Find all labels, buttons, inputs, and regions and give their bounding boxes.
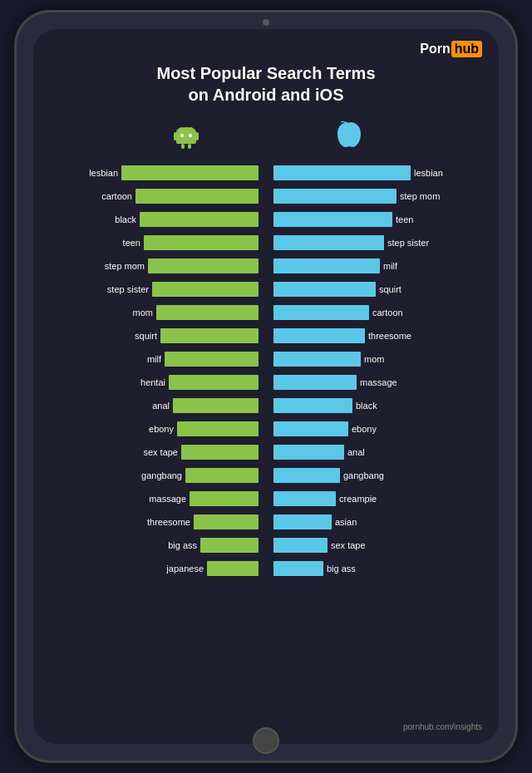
ios-bar bbox=[273, 398, 352, 413]
ios-bar bbox=[273, 445, 344, 460]
android-bar-row: japanese bbox=[50, 558, 262, 579]
android-bar-row: sex tape bbox=[50, 441, 262, 463]
screen: Pornhub Most Popular Search Terms on And… bbox=[33, 29, 499, 744]
ios-bar-row: cartoon bbox=[270, 302, 482, 323]
platform-icons bbox=[46, 121, 486, 157]
title-section: Most Popular Search Terms on Android and… bbox=[46, 62, 486, 106]
android-label: anal bbox=[124, 401, 170, 411]
android-bar-row: big ass bbox=[50, 534, 262, 556]
ios-bar bbox=[273, 421, 348, 436]
svg-point-6 bbox=[180, 134, 184, 137]
android-bar-row: mom bbox=[50, 302, 262, 323]
android-bar bbox=[148, 258, 259, 273]
ios-bar bbox=[273, 561, 323, 576]
ios-bar-row: sex tape bbox=[270, 534, 482, 556]
android-label: black bbox=[91, 214, 136, 224]
ios-label: mom bbox=[364, 354, 410, 364]
android-bar bbox=[140, 212, 259, 227]
ios-bar-row: step sister bbox=[270, 232, 482, 254]
logo-hub: hub bbox=[451, 41, 482, 57]
ios-label: anal bbox=[347, 447, 393, 457]
ios-label: squirt bbox=[379, 284, 425, 294]
android-bar-row: squirt bbox=[50, 325, 262, 347]
ios-label: asian bbox=[335, 517, 381, 527]
android-bar-row: massage bbox=[50, 488, 262, 510]
android-bar bbox=[207, 561, 259, 576]
android-bar bbox=[135, 189, 259, 204]
android-bar bbox=[160, 328, 259, 343]
ios-label: gangbang bbox=[343, 470, 389, 480]
top-camera bbox=[263, 19, 269, 26]
svg-rect-3 bbox=[195, 132, 199, 140]
ios-label: big ass bbox=[327, 564, 372, 574]
ios-bar bbox=[273, 305, 369, 320]
ios-bar-row: squirt bbox=[270, 278, 482, 300]
svg-rect-5 bbox=[188, 144, 191, 149]
android-bar-row: teen bbox=[50, 232, 262, 254]
ios-bar-row: big ass bbox=[270, 558, 482, 579]
ios-label: creampie bbox=[339, 494, 385, 504]
android-bar-row: threesome bbox=[50, 511, 262, 533]
android-label: big ass bbox=[151, 540, 197, 550]
android-label: teen bbox=[95, 238, 140, 248]
android-label: step sister bbox=[103, 284, 149, 294]
android-bar-row: gangbang bbox=[50, 465, 262, 486]
android-bar bbox=[181, 445, 259, 460]
svg-rect-2 bbox=[174, 132, 177, 140]
ios-label: threesome bbox=[368, 331, 414, 341]
android-bar bbox=[144, 235, 259, 250]
ios-bar-row: massage bbox=[270, 372, 482, 393]
ios-label: milf bbox=[383, 261, 429, 271]
android-bar-row: step mom bbox=[50, 255, 262, 277]
ios-label: teen bbox=[396, 214, 441, 224]
footer-url: pornhub.com/insights bbox=[403, 722, 482, 731]
ios-label: step mom bbox=[400, 191, 446, 201]
ios-label: ebony bbox=[352, 424, 397, 434]
title-line1: Most Popular Search Terms bbox=[156, 64, 375, 82]
ios-bar-row: mom bbox=[270, 348, 482, 370]
android-bar-row: anal bbox=[50, 395, 262, 416]
ios-label: black bbox=[356, 401, 401, 411]
ios-bar bbox=[273, 468, 340, 483]
ios-label: massage bbox=[360, 377, 406, 387]
ios-bar bbox=[273, 165, 411, 180]
ios-bar-row: anal bbox=[270, 441, 482, 463]
ios-label: cartoon bbox=[372, 308, 418, 318]
ios-bar-row: step mom bbox=[270, 185, 482, 207]
android-label: squirt bbox=[111, 331, 157, 341]
title-line2: on Android and iOS bbox=[188, 86, 343, 104]
android-icon bbox=[171, 121, 201, 157]
ios-bar-row: teen bbox=[270, 209, 482, 230]
android-bar-row: black bbox=[50, 209, 262, 230]
ios-bar bbox=[273, 352, 361, 367]
android-label: mom bbox=[107, 308, 153, 318]
svg-rect-4 bbox=[181, 144, 185, 149]
tablet: Pornhub Most Popular Search Terms on And… bbox=[17, 12, 515, 761]
android-label: ebony bbox=[128, 424, 174, 434]
ios-bar-row: black bbox=[270, 395, 482, 416]
android-bar-row: ebony bbox=[50, 418, 262, 440]
ios-label: lesbian bbox=[414, 168, 460, 178]
android-label: step mom bbox=[99, 261, 145, 271]
ios-bar bbox=[273, 258, 380, 273]
android-bar bbox=[152, 282, 259, 297]
android-bar bbox=[169, 375, 259, 390]
android-bar bbox=[200, 538, 259, 553]
ios-bar-row: gangbang bbox=[270, 465, 482, 486]
logo: Pornhub bbox=[420, 41, 482, 57]
android-bar bbox=[173, 398, 259, 413]
ios-label: sex tape bbox=[331, 540, 377, 550]
android-bar bbox=[185, 468, 259, 483]
android-bar-row: cartoon bbox=[50, 185, 262, 207]
android-bar bbox=[121, 165, 259, 180]
android-bar bbox=[165, 352, 259, 367]
android-label: japanese bbox=[158, 564, 204, 574]
android-label: sex tape bbox=[132, 447, 178, 457]
ios-bar bbox=[273, 282, 376, 297]
home-button[interactable] bbox=[253, 727, 279, 754]
ios-bar-row: lesbian bbox=[270, 162, 482, 184]
ios-bar bbox=[273, 235, 384, 250]
chart-container: lesbian cartoon black teen step mom step… bbox=[46, 161, 486, 718]
ios-column: lesbian step mom teen step sister milf s… bbox=[266, 161, 482, 718]
ios-bar-row: asian bbox=[270, 511, 482, 533]
